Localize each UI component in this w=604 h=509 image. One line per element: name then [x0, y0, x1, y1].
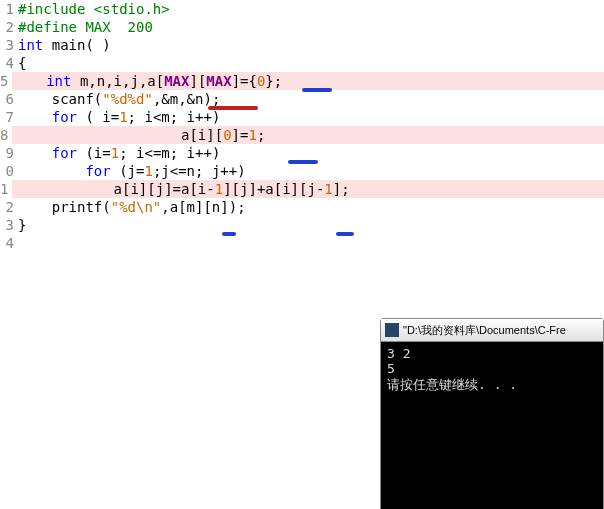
code-content[interactable]: for ( i=1; i<m; i++) — [18, 108, 604, 126]
line-number: 7 — [0, 108, 18, 126]
line-number: 9 — [0, 144, 18, 162]
code-editor[interactable]: 1#include <stdio.h>2#define MAX 2003int … — [0, 0, 604, 252]
code-content[interactable]: for (j=1;j<=n; j++) — [18, 162, 604, 180]
line-number: 6 — [0, 90, 18, 108]
code-content[interactable] — [18, 234, 604, 252]
console-line-2: 5 — [387, 361, 395, 376]
code-line[interactable]: 2 printf("%d\n",a[m][n]); — [0, 198, 604, 216]
code-line[interactable]: 1 a[i][j]=a[i-1][j]+a[i][j-1]; — [0, 180, 604, 198]
code-content[interactable]: #define MAX 200 — [18, 18, 604, 36]
annotation-mark — [302, 88, 332, 92]
code-line[interactable]: 3} — [0, 216, 604, 234]
code-content[interactable]: printf("%d\n",a[m][n]); — [18, 198, 604, 216]
code-line[interactable]: 4{ — [0, 54, 604, 72]
line-number: 4 — [0, 234, 18, 252]
code-line[interactable]: 4 — [0, 234, 604, 252]
code-content[interactable]: scanf("%d%d",&m,&n); — [18, 90, 604, 108]
code-line[interactable]: 7 for ( i=1; i<m; i++) — [0, 108, 604, 126]
console-title-bar[interactable]: "D:\我的资料库\Documents\C-Fre — [381, 319, 603, 342]
console-line-1: 3 2 — [387, 346, 410, 361]
code-content[interactable]: { — [18, 54, 604, 72]
annotation-mark — [222, 232, 236, 236]
code-line[interactable]: 1#include <stdio.h> — [0, 0, 604, 18]
code-content[interactable]: #include <stdio.h> — [18, 0, 604, 18]
console-line-3: 请按任意键继续. . . — [387, 377, 517, 392]
code-line[interactable]: 2#define MAX 200 — [0, 18, 604, 36]
annotation-mark — [336, 232, 354, 236]
line-number: 3 — [0, 36, 18, 54]
code-content[interactable]: a[i][j]=a[i-1][j]+a[i][j-1]; — [12, 180, 604, 198]
code-line[interactable]: 0 for (j=1;j<=n; j++) — [0, 162, 604, 180]
annotation-mark — [208, 106, 258, 110]
code-line[interactable]: 3int main( ) — [0, 36, 604, 54]
line-number: 2 — [0, 18, 18, 36]
console-title: "D:\我的资料库\Documents\C-Fre — [403, 323, 566, 338]
line-number: 4 — [0, 54, 18, 72]
line-number: 5 — [0, 72, 12, 90]
line-number: 3 — [0, 216, 18, 234]
code-content[interactable]: } — [18, 216, 604, 234]
line-number: 2 — [0, 198, 18, 216]
code-line[interactable]: 6 scanf("%d%d",&m,&n); — [0, 90, 604, 108]
annotation-mark — [288, 160, 318, 164]
code-content[interactable]: a[i][0]=1; — [12, 126, 604, 144]
code-line[interactable]: 8 a[i][0]=1; — [0, 126, 604, 144]
line-number: 0 — [0, 162, 18, 180]
line-number: 1 — [0, 180, 12, 198]
code-content[interactable]: int main( ) — [18, 36, 604, 54]
line-number: 1 — [0, 0, 18, 18]
line-number: 8 — [0, 126, 12, 144]
app-icon — [385, 323, 399, 337]
console-window: "D:\我的资料库\Documents\C-Fre 3 2 5 请按任意键继续.… — [380, 318, 604, 509]
console-output[interactable]: 3 2 5 请按任意键继续. . . — [381, 342, 603, 509]
